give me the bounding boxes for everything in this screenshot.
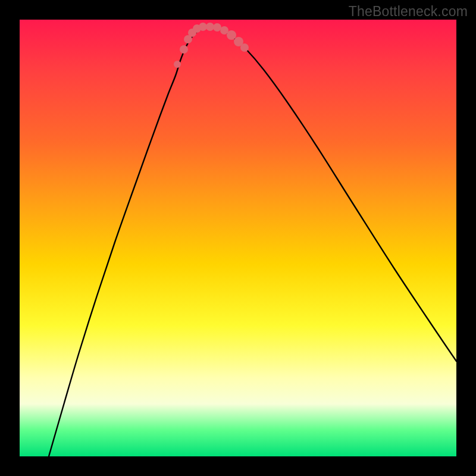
watermark-text: TheBottleneck.com: [349, 4, 468, 20]
curve-svg: [20, 20, 456, 456]
trough-marker: [227, 30, 236, 40]
trough-marker: [199, 23, 207, 31]
plot-area: [20, 20, 456, 456]
trough-markers: [174, 23, 249, 68]
bottleneck-curve: [49, 27, 456, 456]
trough-marker: [240, 43, 249, 52]
trough-marker: [174, 61, 181, 68]
trough-marker: [180, 45, 188, 54]
trough-marker: [206, 23, 214, 31]
trough-marker: [213, 23, 221, 32]
chart-frame: TheBottleneck.com: [0, 0, 476, 476]
